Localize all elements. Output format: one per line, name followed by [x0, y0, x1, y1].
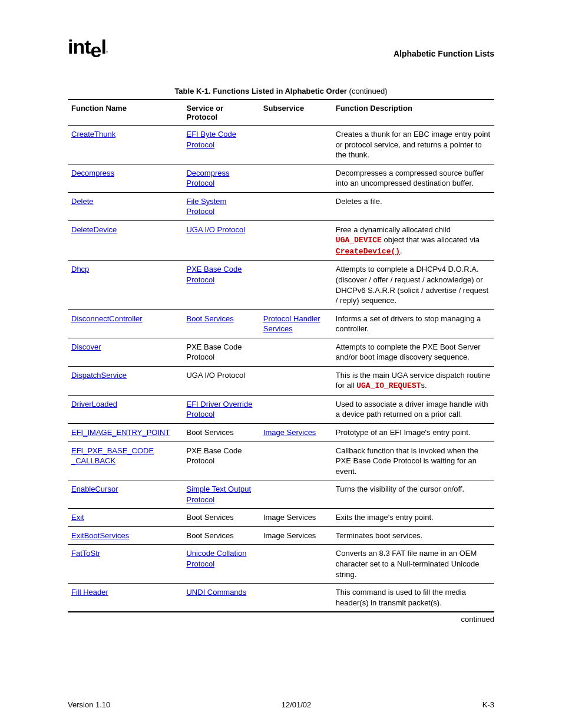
table-row: ExitBootServicesBoot ServicesImage Servi…	[68, 526, 494, 545]
doc-link[interactable]: Boot Services	[186, 314, 233, 323]
cell-service: Decompress Protocol	[183, 164, 259, 192]
table-row: FatToStrUnicode Collation ProtocolConver…	[68, 545, 494, 584]
table-row: Fill HeaderUNDI CommandsThis command is …	[68, 584, 494, 612]
doc-link[interactable]: Delete	[71, 197, 94, 206]
doc-link[interactable]: Unicode Collation Protocol	[186, 549, 246, 568]
cell-description: Decompresses a compressed source buffer …	[332, 164, 494, 192]
cell-subservice: Protocol Handler Services	[260, 309, 332, 338]
cell-function-name: Fill Header	[68, 584, 183, 612]
cell-function-name: Exit	[68, 509, 183, 527]
cell-subservice	[260, 126, 332, 164]
cell-function-name: ExitBootServices	[68, 526, 183, 545]
doc-link[interactable]: CreateThunk	[71, 130, 115, 139]
cell-description: Used to associate a driver image handle …	[332, 395, 494, 423]
doc-link[interactable]: Simple Text Output Protocol	[186, 485, 251, 504]
doc-link[interactable]: UNDI Commands	[186, 588, 246, 597]
doc-link[interactable]: DisconnectController	[71, 314, 143, 323]
cell-service: Boot Services	[183, 526, 259, 545]
cell-subservice	[260, 584, 332, 612]
cell-subservice: Image Services	[260, 509, 332, 527]
cell-function-name: EnableCursor	[68, 480, 183, 509]
doc-link[interactable]: EFI_PXE_BASE_CODE _CALLBACK	[71, 446, 154, 466]
doc-link[interactable]: Dhcp	[71, 265, 89, 274]
doc-link[interactable]: EFI Driver Override Protocol	[186, 400, 252, 419]
doc-link[interactable]: EFI Byte Code Protocol	[186, 130, 236, 149]
doc-link[interactable]: DeleteDevice	[71, 225, 117, 234]
doc-link[interactable]: Decompress	[71, 169, 114, 177]
doc-link[interactable]: EnableCursor	[71, 485, 118, 493]
doc-link[interactable]: UGA I/O Protocol	[186, 225, 245, 234]
doc-link[interactable]: Fill Header	[71, 588, 108, 597]
cell-description: Terminates boot services.	[332, 526, 494, 545]
cell-function-name: Dhcp	[68, 261, 183, 309]
cell-subservice: Image Services	[260, 526, 332, 545]
doc-section-title: Alphabetic Function Lists	[394, 49, 494, 58]
footer-date: 12/01/02	[282, 700, 312, 709]
cell-subservice	[260, 480, 332, 509]
cell-function-name: Decompress	[68, 164, 183, 192]
table-row: ExitBoot ServicesImage ServicesExits the…	[68, 509, 494, 527]
table-row: EFI_IMAGE_ENTRY_POINTBoot ServicesImage …	[68, 424, 494, 442]
doc-link[interactable]: Discover	[71, 342, 101, 351]
cell-subservice	[260, 192, 332, 220]
cell-service: File System Protocol	[183, 192, 259, 220]
cell-service: PXE Base Code Protocol	[183, 338, 259, 366]
doc-link[interactable]: Protocol Handler Services	[263, 314, 320, 334]
table-caption-tail: (continued)	[347, 87, 388, 95]
col-description: Function Description	[332, 100, 494, 126]
table-row: DriverLoadedEFI Driver Override Protocol…	[68, 395, 494, 423]
cell-function-name: DisconnectController	[68, 309, 183, 338]
doc-link[interactable]: DriverLoaded	[71, 400, 117, 409]
cell-subservice	[260, 442, 332, 480]
cell-description: Deletes a file.	[332, 192, 494, 220]
cell-service: EFI Byte Code Protocol	[183, 126, 259, 164]
col-service-protocol: Service or Protocol	[183, 100, 259, 126]
cell-function-name: DriverLoaded	[68, 395, 183, 423]
cell-description: Free a dynamically allocated child UGA_D…	[332, 220, 494, 261]
static-text: Image Services	[263, 513, 316, 522]
cell-service: Simple Text Output Protocol	[183, 480, 259, 509]
code-text: UGA_IO_REQUEST	[356, 381, 421, 390]
doc-link[interactable]: FatToStr	[71, 549, 100, 558]
cell-description: Informs a set of drivers to stop managin…	[332, 309, 494, 338]
cell-service: Unicode Collation Protocol	[183, 545, 259, 584]
doc-link[interactable]: EFI_IMAGE_ENTRY_POINT	[71, 428, 170, 437]
table-row: DiscoverPXE Base Code ProtocolAttempts t…	[68, 338, 494, 366]
cell-description: This command is used to fill the media h…	[332, 584, 494, 612]
cell-service: UNDI Commands	[183, 584, 259, 612]
cell-description: Converts an 8.3 FAT file name in an OEM …	[332, 545, 494, 584]
col-function-name: Function Name	[68, 100, 183, 126]
cell-function-name: DispatchService	[68, 366, 183, 395]
cell-description: Exits the image's entry point.	[332, 509, 494, 527]
doc-link[interactable]: File System Protocol	[186, 197, 226, 216]
continued-label: continued	[68, 615, 494, 624]
doc-link[interactable]: ExitBootServices	[71, 531, 129, 540]
cell-description: Callback function that is invoked when t…	[332, 442, 494, 480]
static-text: Boot Services	[186, 531, 233, 540]
doc-link[interactable]: Exit	[71, 513, 84, 522]
table-row: EFI_PXE_BASE_CODE _CALLBACKPXE Base Code…	[68, 442, 494, 480]
cell-subservice: Image Services	[260, 424, 332, 442]
intel-logo: intel.	[68, 35, 107, 58]
cell-service: Boot Services	[183, 509, 259, 527]
static-text: PXE Base Code Protocol	[186, 446, 242, 466]
footer-version: Version 1.10	[68, 700, 110, 709]
cell-subservice	[260, 366, 332, 395]
doc-link[interactable]: DispatchService	[71, 371, 127, 380]
cell-subservice	[260, 545, 332, 584]
table-caption: Table K-1. Functions Listed in Alphabeti…	[68, 87, 494, 95]
cell-service: Boot Services	[183, 309, 259, 338]
cell-subservice	[260, 220, 332, 261]
table-caption-bold: Table K-1. Functions Listed in Alphabeti…	[174, 87, 347, 95]
table-row: DecompressDecompress ProtocolDecompresse…	[68, 164, 494, 192]
doc-link[interactable]: Decompress Protocol	[186, 169, 229, 188]
cell-service: Boot Services	[183, 424, 259, 442]
cell-service: PXE Base Code Protocol	[183, 261, 259, 309]
code-link[interactable]: CreateDevice()	[336, 247, 400, 256]
table-row: DhcpPXE Base Code ProtocolAttempts to co…	[68, 261, 494, 309]
doc-link[interactable]: Image Services	[263, 428, 316, 437]
cell-service: PXE Base Code Protocol	[183, 442, 259, 480]
cell-subservice	[260, 395, 332, 423]
page-footer: Version 1.10 12/01/02 K-3	[68, 700, 494, 709]
doc-link[interactable]: PXE Base Code Protocol	[186, 265, 242, 284]
